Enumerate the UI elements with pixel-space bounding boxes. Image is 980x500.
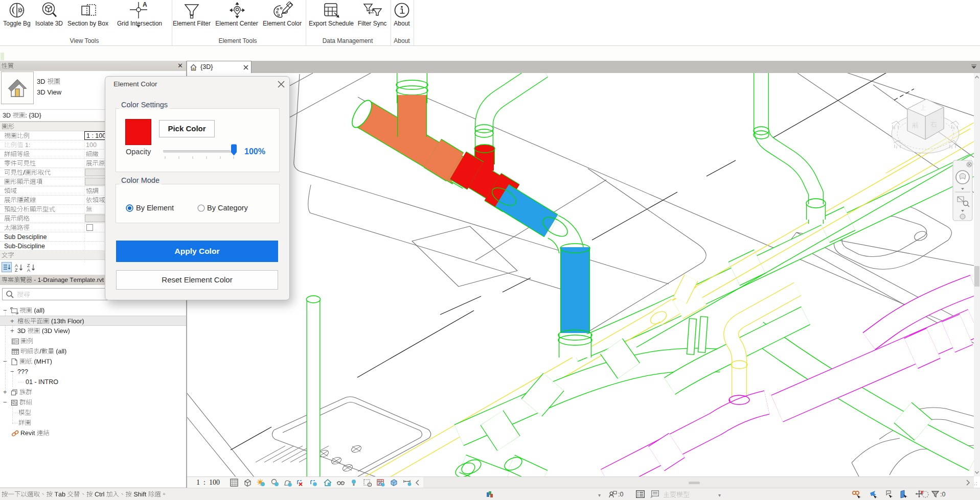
- svg-text:A: A: [27, 268, 30, 273]
- svg-text:Z: Z: [15, 268, 18, 273]
- svg-text:A: A: [143, 2, 147, 8]
